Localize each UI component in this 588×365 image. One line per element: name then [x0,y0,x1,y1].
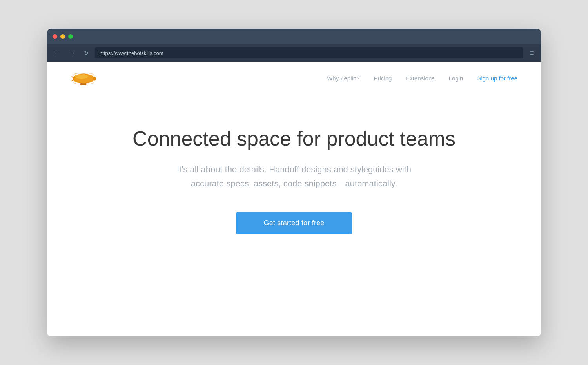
nav-links: Why Zeplin? Pricing Extensions Login Sig… [327,75,517,82]
login-link[interactable]: Login [449,75,463,82]
site-nav: Why Zeplin? Pricing Extensions Login Sig… [47,62,541,95]
hero-subtitle: It's all about the details. Handoff desi… [161,162,427,190]
sidebar-item-extensions[interactable]: Extensions [406,75,434,82]
url-input[interactable] [95,47,523,58]
forward-button[interactable]: → [67,48,78,58]
why-zeplin-link[interactable]: Why Zeplin? [327,75,359,82]
cta-button[interactable]: Get started for free [236,212,352,234]
hero-title: Connected space for product teams [132,126,456,151]
refresh-button[interactable]: ↻ [82,49,91,57]
back-button[interactable]: ← [52,48,63,58]
page-content: Why Zeplin? Pricing Extensions Login Sig… [47,62,541,336]
close-button[interactable] [53,34,57,39]
browser-menu-icon[interactable]: ≡ [527,47,536,59]
sidebar-item-why-zeplin[interactable]: Why Zeplin? [327,75,359,82]
title-bar [47,29,541,44]
browser-window: ← → ↻ ≡ [47,29,541,336]
svg-point-1 [75,74,88,79]
pricing-link[interactable]: Pricing [374,75,392,82]
maximize-button[interactable] [68,34,73,39]
hero-section: Connected space for product teams It's a… [47,95,541,274]
minimize-button[interactable] [60,34,65,39]
extensions-link[interactable]: Extensions [406,75,434,82]
logo-icon [71,69,98,87]
signup-link[interactable]: Sign up for free [477,75,517,82]
sidebar-item-login[interactable]: Login [449,75,463,82]
sidebar-item-signup[interactable]: Sign up for free [477,75,517,82]
logo-area[interactable] [71,69,98,87]
address-bar-row: ← → ↻ ≡ [47,44,541,62]
sidebar-item-pricing[interactable]: Pricing [374,75,392,82]
